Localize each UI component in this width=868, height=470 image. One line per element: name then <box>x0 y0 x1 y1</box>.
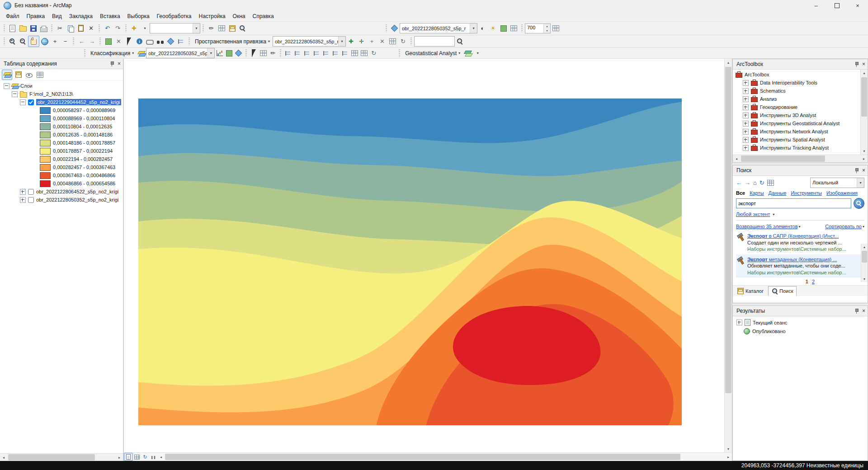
catalog-window-button[interactable] <box>227 23 237 33</box>
brightness-button[interactable]: ☀ <box>488 23 498 33</box>
toolbar-grip[interactable] <box>84 49 85 57</box>
histogram-button[interactable] <box>215 49 224 57</box>
expand-icon[interactable] <box>743 129 749 135</box>
toc-horizontal-scrollbar[interactable]: ◂ ▸ <box>0 453 123 461</box>
page-1[interactable]: 1 <box>806 279 808 284</box>
image-analysis-layer-combo[interactable]: obr_20221228050352_s5p_r ▾ <box>400 23 477 33</box>
menu-bookmarks[interactable]: Закладка <box>66 12 96 21</box>
search-vertical-scrollbar[interactable]: ▴ ▾ <box>861 244 868 282</box>
pause-drawing-button[interactable]: ❚❚ <box>149 453 157 461</box>
georeferencing-layer-combo[interactable]: obr_20221228050352_s5p_no2_ ▾ <box>273 36 346 47</box>
swipe-layer-button[interactable] <box>509 23 519 33</box>
transparency-button[interactable] <box>498 23 509 33</box>
toolbar-grip[interactable] <box>4 24 5 32</box>
menu-edit[interactable]: Правка <box>23 12 49 21</box>
expand-icon[interactable] <box>743 137 749 143</box>
editor-toolbar-button[interactable]: ✏ <box>206 23 217 33</box>
layer-row[interactable]: obr_20221228064522_s5p_no2_krigi <box>0 188 123 196</box>
collapse-icon[interactable] <box>4 83 9 89</box>
redo-button[interactable]: ↷ <box>113 23 123 33</box>
go-to-xy-button[interactable] <box>165 36 176 47</box>
toolbox-row[interactable]: Инструменты Tracking Analyst <box>733 144 868 152</box>
tab-tools[interactable]: Инструменты <box>791 190 822 196</box>
ungroup-button[interactable] <box>359 49 369 57</box>
sort-by-link[interactable]: Сортировать по <box>825 224 862 229</box>
collapse-icon[interactable] <box>12 91 18 97</box>
menu-selection[interactable]: Выборка <box>124 12 153 21</box>
distribute-v-button[interactable] <box>340 49 350 57</box>
pin-icon[interactable] <box>854 308 859 314</box>
toc-folder-row[interactable]: F:\mol_2_N02\1\13\ <box>0 90 123 98</box>
close-icon[interactable]: × <box>862 308 865 314</box>
pin-icon[interactable] <box>109 61 114 66</box>
menu-file[interactable]: Файл <box>2 12 23 21</box>
cut-button[interactable]: ✂ <box>55 23 65 33</box>
image-analysis-layer-icon-button[interactable] <box>389 23 400 33</box>
print-button[interactable] <box>38 23 49 33</box>
arctoolbox-root-row[interactable]: ArcToolbox <box>733 70 868 79</box>
arctoolbox-vertical-scrollbar[interactable]: ▴ ▾ <box>860 70 868 155</box>
menu-windows[interactable]: Окна <box>229 12 249 21</box>
collapse-icon[interactable] <box>20 99 26 105</box>
toolbar-grip[interactable] <box>4 38 5 45</box>
toolbox-row[interactable]: Инструменты Geostatistical Analyst <box>733 119 868 127</box>
scroll-left-icon[interactable]: ◂ <box>157 453 165 461</box>
select-elements-button[interactable] <box>124 36 134 47</box>
spinner-arrows[interactable]: ▴ ▾ <box>543 24 550 33</box>
map-vertical-scrollbar[interactable]: ▴ ▾ <box>724 59 732 452</box>
result-title[interactable]: Экспорт метаданных (Конвертация) ... <box>747 256 846 263</box>
tab-search[interactable]: Поиск <box>768 286 797 296</box>
undo-button[interactable]: ↶ <box>102 23 113 33</box>
forward-arrow-icon[interactable]: → <box>745 180 750 186</box>
list-options-button[interactable] <box>35 70 45 80</box>
scroll-up-icon[interactable]: ▴ <box>861 70 868 76</box>
align-left-button[interactable] <box>283 49 293 57</box>
search-scope-combo[interactable]: Локальный ▾ <box>810 178 864 188</box>
align-top-button[interactable] <box>312 49 321 57</box>
toolbox-row[interactable]: Data Interoperability Tools <box>733 79 868 87</box>
menu-customize[interactable]: Настройка <box>195 12 229 21</box>
back-extent-button[interactable]: ← <box>76 36 87 47</box>
full-extent-button[interactable] <box>39 36 50 47</box>
tab-images[interactable]: Изображения <box>826 190 858 196</box>
map-canvas[interactable]: ▴ ▾ <box>124 59 732 452</box>
pin-icon[interactable] <box>854 61 859 67</box>
page-2[interactable]: 2 <box>812 279 815 284</box>
delete-link-button[interactable]: ✕ <box>377 36 387 47</box>
expand-icon[interactable] <box>20 197 26 203</box>
select-features-button[interactable] <box>103 36 113 47</box>
toolbox-row[interactable]: Инструменты Spatial Analyst <box>733 136 868 144</box>
toc-root-row[interactable]: Слои <box>0 82 123 90</box>
hyperlink-button[interactable] <box>145 36 155 47</box>
extent-filter-link[interactable]: Любой экстент <box>736 212 770 217</box>
fixed-zoom-out-button[interactable]: − <box>60 36 71 47</box>
map-horizontal-scroll[interactable]: ◂ ▸ <box>157 453 732 461</box>
close-button[interactable]: × <box>847 0 868 11</box>
expand-icon[interactable] <box>743 88 749 94</box>
layer-name[interactable]: obr_20221228064522_s5p_no2_krigi <box>36 189 118 194</box>
find-button[interactable] <box>155 36 165 47</box>
spin-down-icon[interactable]: ▾ <box>544 28 550 33</box>
contrast-button[interactable]: ◐ <box>477 23 488 33</box>
expand-icon[interactable] <box>20 189 26 195</box>
add-data-button[interactable]: ✚ <box>129 23 139 33</box>
zoom-in-button[interactable]: + <box>7 36 18 47</box>
link-table-button[interactable] <box>387 36 398 47</box>
identify-button[interactable]: i <box>134 36 145 47</box>
menu-geoprocessing[interactable]: Геообработка <box>153 12 195 21</box>
expand-icon[interactable] <box>743 121 749 127</box>
search-result[interactable]: Экспорт в САПР (Конвертация) (Инст... Со… <box>736 231 864 254</box>
rotate-link-button[interactable]: ↻ <box>398 36 408 47</box>
scroll-up-icon[interactable]: ▴ <box>861 244 868 250</box>
list-by-visibility-button[interactable] <box>24 70 34 80</box>
toolbox-row[interactable]: Инструменты 3D Analyst <box>733 111 868 119</box>
zoom-to-link-button[interactable]: + <box>367 36 377 47</box>
pan-button[interactable] <box>28 36 39 47</box>
pin-icon[interactable] <box>854 168 859 173</box>
draw-rectangle-button[interactable] <box>259 49 268 57</box>
tab-all[interactable]: Все <box>736 190 745 196</box>
layout-view-button[interactable] <box>133 453 141 461</box>
toolbar-grip[interactable] <box>399 49 400 57</box>
copy-button[interactable] <box>65 23 75 33</box>
add-data-dropdown[interactable]: ▾ <box>139 23 150 33</box>
